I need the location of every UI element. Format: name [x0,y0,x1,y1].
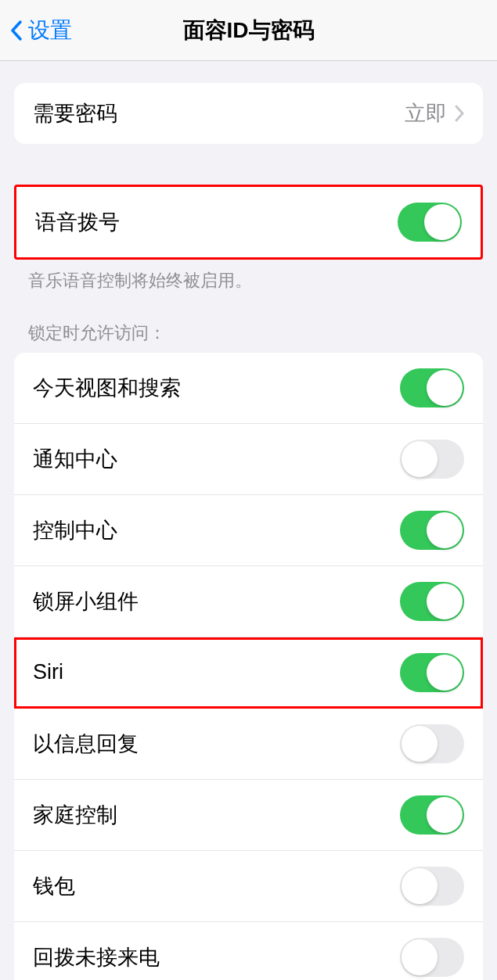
voice-dial-footer: 音乐语音控制将始终被启用。 [0,260,497,293]
page-title: 面容ID与密码 [183,16,315,45]
locked-access-row: Siri [14,637,483,709]
voice-dial-row: 语音拨号 [16,187,481,257]
locked-access-item-label: 通知中心 [33,445,117,473]
locked-access-item-label: 钱包 [33,872,75,900]
require-passcode-label: 需要密码 [33,99,117,127]
back-button[interactable]: 设置 [0,16,72,45]
require-passcode-value: 立即 [405,99,447,127]
chevron-right-icon [455,105,464,122]
locked-access-row: 以信息回复 [14,709,483,780]
locked-access-toggle[interactable] [400,368,464,407]
locked-access-toggle[interactable] [400,440,464,479]
locked-access-toggle[interactable] [400,511,464,550]
locked-access-row: 通知中心 [14,424,483,495]
back-label: 设置 [28,16,72,45]
locked-access-item-label: Siri [33,660,63,684]
locked-access-toggle[interactable] [400,582,464,621]
locked-access-toggle[interactable] [400,653,464,692]
require-passcode-row[interactable]: 需要密码 立即 [14,83,483,144]
locked-access-row: 回拨未接来电 [14,922,483,980]
locked-access-row: 家庭控制 [14,780,483,851]
locked-access-item-label: 锁屏小组件 [33,587,139,616]
chevron-left-icon [9,20,23,41]
locked-access-item-label: 今天视图和搜索 [33,374,181,402]
locked-access-item-label: 以信息回复 [33,730,139,758]
locked-access-row: 锁屏小组件 [14,566,483,637]
voice-dial-toggle[interactable] [398,203,462,242]
locked-access-item-label: 家庭控制 [33,801,117,829]
locked-access-item-label: 控制中心 [33,516,117,544]
locked-access-header: 锁定时允许访问： [0,293,497,353]
locked-access-item-label: 回拨未接来电 [33,943,160,971]
locked-access-toggle[interactable] [400,724,464,763]
locked-access-toggle[interactable] [400,867,464,906]
locked-access-toggle[interactable] [400,795,464,835]
locked-access-row: 钱包 [14,851,483,922]
locked-access-toggle[interactable] [400,938,464,977]
locked-access-row: 控制中心 [14,495,483,566]
locked-access-row: 今天视图和搜索 [14,353,483,424]
voice-dial-label: 语音拨号 [35,208,120,236]
